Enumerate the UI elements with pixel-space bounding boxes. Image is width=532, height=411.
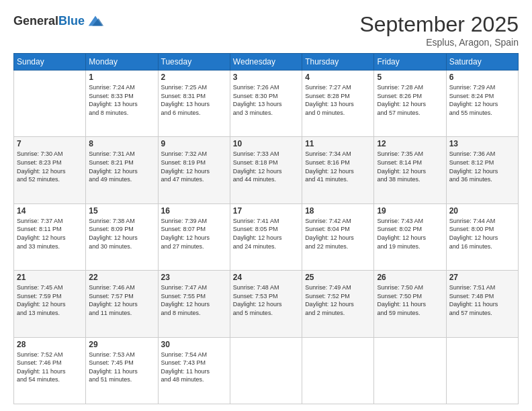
calendar-cell: 8Sunrise: 7:31 AM Sunset: 8:21 PM Daylig… — [86, 137, 158, 203]
calendar-cell: 27Sunrise: 7:51 AM Sunset: 7:48 PM Dayli… — [446, 271, 518, 337]
calendar-cell: 10Sunrise: 7:33 AM Sunset: 8:18 PM Dayli… — [230, 137, 302, 203]
cell-info: Sunrise: 7:39 AM Sunset: 8:07 PM Dayligh… — [161, 217, 227, 250]
calendar-week-row: 7Sunrise: 7:30 AM Sunset: 8:23 PM Daylig… — [14, 137, 519, 203]
cell-info: Sunrise: 7:34 AM Sunset: 8:16 PM Dayligh… — [305, 150, 371, 183]
day-number: 2 — [161, 73, 227, 82]
calendar-cell: 30Sunrise: 7:54 AM Sunset: 7:43 PM Dayli… — [158, 337, 230, 404]
cell-info: Sunrise: 7:48 AM Sunset: 7:53 PM Dayligh… — [233, 283, 299, 317]
day-number: 20 — [449, 206, 515, 216]
cell-info: Sunrise: 7:46 AM Sunset: 7:57 PM Dayligh… — [89, 283, 154, 317]
cell-info: Sunrise: 7:33 AM Sunset: 8:18 PM Dayligh… — [233, 150, 299, 183]
day-number: 8 — [89, 139, 154, 148]
location-subtitle: Esplus, Aragon, Spain — [359, 37, 519, 48]
calendar-cell — [230, 337, 302, 404]
cell-info: Sunrise: 7:38 AM Sunset: 8:09 PM Dayligh… — [89, 217, 154, 250]
day-number: 3 — [233, 73, 299, 82]
cell-info: Sunrise: 7:32 AM Sunset: 8:19 PM Dayligh… — [161, 150, 227, 183]
calendar-cell: 26Sunrise: 7:50 AM Sunset: 7:50 PM Dayli… — [374, 271, 446, 337]
calendar-cell: 3Sunrise: 7:26 AM Sunset: 8:30 PM Daylig… — [230, 71, 302, 137]
calendar-week-row: 21Sunrise: 7:45 AM Sunset: 7:59 PM Dayli… — [14, 271, 519, 337]
calendar-cell: 1Sunrise: 7:24 AM Sunset: 8:33 PM Daylig… — [86, 71, 158, 137]
calendar-cell: 7Sunrise: 7:30 AM Sunset: 8:23 PM Daylig… — [14, 137, 86, 203]
calendar-cell: 15Sunrise: 7:38 AM Sunset: 8:09 PM Dayli… — [86, 203, 158, 270]
calendar-cell: 20Sunrise: 7:44 AM Sunset: 8:00 PM Dayli… — [446, 203, 518, 270]
cell-info: Sunrise: 7:29 AM Sunset: 8:24 PM Dayligh… — [449, 83, 515, 117]
weekday-header-sunday: Sunday — [14, 54, 86, 71]
day-number: 25 — [305, 273, 371, 282]
day-number: 10 — [233, 139, 299, 148]
calendar-cell: 13Sunrise: 7:36 AM Sunset: 8:12 PM Dayli… — [446, 137, 518, 203]
logo: GeneralBlue — [13, 12, 105, 31]
month-title: September 2025 — [359, 12, 519, 37]
day-number: 15 — [89, 206, 154, 216]
cell-info: Sunrise: 7:43 AM Sunset: 8:02 PM Dayligh… — [377, 217, 443, 250]
calendar-cell: 23Sunrise: 7:47 AM Sunset: 7:55 PM Dayli… — [158, 271, 230, 337]
cell-info: Sunrise: 7:37 AM Sunset: 8:11 PM Dayligh… — [17, 217, 83, 250]
calendar-cell: 6Sunrise: 7:29 AM Sunset: 8:24 PM Daylig… — [446, 71, 518, 137]
weekday-header-monday: Monday — [86, 54, 158, 71]
day-number: 17 — [233, 206, 299, 216]
calendar-cell: 28Sunrise: 7:52 AM Sunset: 7:46 PM Dayli… — [14, 337, 86, 404]
weekday-header-saturday: Saturday — [446, 54, 518, 71]
calendar-cell: 18Sunrise: 7:42 AM Sunset: 8:04 PM Dayli… — [302, 203, 374, 270]
calendar-week-row: 28Sunrise: 7:52 AM Sunset: 7:46 PM Dayli… — [14, 337, 519, 404]
weekday-header-row: SundayMondayTuesdayWednesdayThursdayFrid… — [14, 54, 519, 71]
day-number: 18 — [305, 206, 371, 216]
header: GeneralBlue September 2025 Esplus, Arago… — [13, 12, 519, 48]
day-number: 23 — [161, 273, 227, 282]
calendar-cell — [374, 337, 446, 404]
cell-info: Sunrise: 7:50 AM Sunset: 7:50 PM Dayligh… — [377, 283, 443, 317]
calendar-cell — [14, 71, 86, 137]
calendar-cell: 22Sunrise: 7:46 AM Sunset: 7:57 PM Dayli… — [86, 271, 158, 337]
cell-info: Sunrise: 7:52 AM Sunset: 7:46 PM Dayligh… — [17, 351, 83, 384]
calendar-cell: 9Sunrise: 7:32 AM Sunset: 8:19 PM Daylig… — [158, 137, 230, 203]
day-number: 4 — [305, 73, 371, 82]
calendar-cell — [302, 337, 374, 404]
cell-info: Sunrise: 7:42 AM Sunset: 8:04 PM Dayligh… — [305, 217, 371, 250]
calendar-cell: 12Sunrise: 7:35 AM Sunset: 8:14 PM Dayli… — [374, 137, 446, 203]
weekday-header-thursday: Thursday — [302, 54, 374, 71]
logo-text: GeneralBlue — [13, 15, 85, 28]
calendar-cell: 2Sunrise: 7:25 AM Sunset: 8:31 PM Daylig… — [158, 71, 230, 137]
day-number: 27 — [449, 273, 515, 282]
calendar-week-row: 1Sunrise: 7:24 AM Sunset: 8:33 PM Daylig… — [14, 71, 519, 137]
day-number: 22 — [89, 273, 154, 282]
day-number: 1 — [89, 73, 154, 82]
cell-info: Sunrise: 7:44 AM Sunset: 8:00 PM Dayligh… — [449, 217, 515, 250]
day-number: 9 — [161, 139, 227, 148]
day-number: 19 — [377, 206, 443, 216]
calendar-cell: 25Sunrise: 7:49 AM Sunset: 7:52 PM Dayli… — [302, 271, 374, 337]
cell-info: Sunrise: 7:51 AM Sunset: 7:48 PM Dayligh… — [449, 283, 515, 317]
day-number: 26 — [377, 273, 443, 282]
calendar-cell — [446, 337, 518, 404]
calendar-week-row: 14Sunrise: 7:37 AM Sunset: 8:11 PM Dayli… — [14, 203, 519, 270]
calendar-cell: 4Sunrise: 7:27 AM Sunset: 8:28 PM Daylig… — [302, 71, 374, 137]
cell-info: Sunrise: 7:28 AM Sunset: 8:26 PM Dayligh… — [377, 83, 443, 117]
calendar-cell: 5Sunrise: 7:28 AM Sunset: 8:26 PM Daylig… — [374, 71, 446, 137]
day-number: 11 — [305, 139, 371, 148]
calendar-cell: 29Sunrise: 7:53 AM Sunset: 7:45 PM Dayli… — [86, 337, 158, 404]
day-number: 7 — [17, 139, 83, 148]
cell-info: Sunrise: 7:45 AM Sunset: 7:59 PM Dayligh… — [17, 283, 83, 317]
day-number: 14 — [17, 206, 83, 216]
weekday-header-friday: Friday — [374, 54, 446, 71]
cell-info: Sunrise: 7:41 AM Sunset: 8:05 PM Dayligh… — [233, 217, 299, 250]
day-number: 16 — [161, 206, 227, 216]
calendar-cell: 19Sunrise: 7:43 AM Sunset: 8:02 PM Dayli… — [374, 203, 446, 270]
day-number: 24 — [233, 273, 299, 282]
cell-info: Sunrise: 7:53 AM Sunset: 7:45 PM Dayligh… — [89, 351, 154, 384]
calendar-cell: 14Sunrise: 7:37 AM Sunset: 8:11 PM Dayli… — [14, 203, 86, 270]
cell-info: Sunrise: 7:35 AM Sunset: 8:14 PM Dayligh… — [377, 150, 443, 183]
cell-info: Sunrise: 7:24 AM Sunset: 8:33 PM Dayligh… — [89, 83, 154, 117]
cell-info: Sunrise: 7:47 AM Sunset: 7:55 PM Dayligh… — [161, 283, 227, 317]
calendar-cell: 17Sunrise: 7:41 AM Sunset: 8:05 PM Dayli… — [230, 203, 302, 270]
cell-info: Sunrise: 7:31 AM Sunset: 8:21 PM Dayligh… — [89, 150, 154, 183]
calendar-cell: 21Sunrise: 7:45 AM Sunset: 7:59 PM Dayli… — [14, 271, 86, 337]
day-number: 13 — [449, 139, 515, 148]
cell-info: Sunrise: 7:30 AM Sunset: 8:23 PM Dayligh… — [17, 150, 83, 183]
cell-info: Sunrise: 7:27 AM Sunset: 8:28 PM Dayligh… — [305, 83, 371, 117]
calendar-cell: 16Sunrise: 7:39 AM Sunset: 8:07 PM Dayli… — [158, 203, 230, 270]
day-number: 30 — [161, 340, 227, 349]
calendar-cell: 11Sunrise: 7:34 AM Sunset: 8:16 PM Dayli… — [302, 137, 374, 203]
day-number: 5 — [377, 73, 443, 82]
